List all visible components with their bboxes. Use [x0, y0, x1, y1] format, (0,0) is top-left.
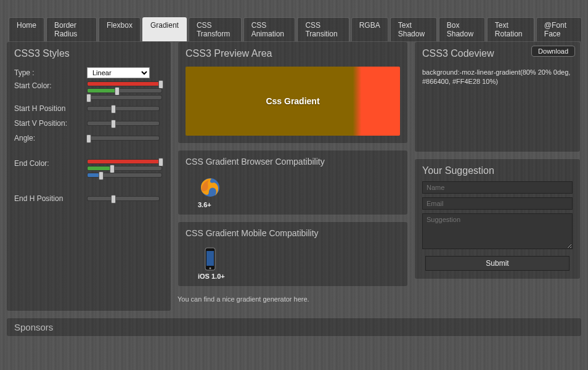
codeview-panel: Download CSS3 Codeview background:-moz-l…	[414, 41, 581, 152]
end-b-slider[interactable]	[87, 173, 162, 178]
suggestion-textarea[interactable]	[422, 213, 573, 249]
tab-css-transform[interactable]: CSS Transform	[189, 17, 242, 41]
end-h-slider[interactable]	[87, 196, 160, 201]
start-v-slider[interactable]	[87, 121, 160, 126]
download-button[interactable]: Download	[531, 46, 575, 57]
tab-rgba[interactable]: RGBA	[351, 17, 388, 41]
tab-flexbox[interactable]: Flexbox	[99, 17, 141, 41]
main-tabs: HomeBorder RadiusFlexboxGradientCSS Tran…	[6, 6, 582, 41]
svg-rect-2	[206, 251, 214, 266]
iphone-icon	[198, 247, 223, 271]
preview-box: Css Gradient	[186, 67, 400, 136]
tab-border-radius[interactable]: Border Radius	[46, 17, 97, 41]
start-v-label: Start V Position:	[14, 119, 87, 128]
angle-slider[interactable]	[87, 136, 160, 141]
suggestion-title: Your Suggestion	[422, 164, 573, 181]
tab-gradient[interactable]: Gradient	[142, 17, 187, 41]
end-g-slider[interactable]	[87, 166, 162, 171]
start-r-slider[interactable]	[87, 81, 162, 86]
mobile-compat-panel: CSS Gradient Mobile Compatibility iOS 1.…	[178, 221, 408, 287]
preview-panel: CSS3 Preview Area Css Gradient	[178, 41, 408, 144]
sponsors-title: Sponsors	[14, 322, 53, 332]
tab-text-rotation[interactable]: Text Rotation	[487, 17, 534, 41]
start-h-slider[interactable]	[87, 106, 160, 111]
tab-box-shadow[interactable]: Box Shadow	[439, 17, 485, 41]
suggestion-panel: Your Suggestion Submit	[414, 158, 581, 279]
ios-version-label: iOS 1.0+	[198, 273, 225, 280]
start-b-slider[interactable]	[87, 95, 162, 100]
start-g-slider[interactable]	[87, 88, 162, 93]
firefox-icon	[198, 175, 223, 200]
name-input[interactable]	[422, 181, 573, 194]
end-r-slider[interactable]	[87, 159, 162, 164]
tab-css-transition[interactable]: CSS Transition	[297, 17, 349, 41]
styles-title: CSS3 Styles	[14, 47, 163, 64]
submit-button[interactable]: Submit	[425, 256, 570, 271]
codeview-code: background:-moz-linear-gradient(80% 20% …	[422, 64, 573, 87]
tab--font-face[interactable]: @Font Face	[536, 17, 582, 41]
sponsors-panel: Sponsors	[6, 318, 582, 337]
angle-label: Angle:	[14, 134, 87, 142]
browser-compat-title: CSS Gradient Browser Compatibility	[186, 155, 400, 171]
mobile-compat-title: CSS Gradient Mobile Compatibility	[186, 227, 400, 243]
styles-panel: CSS3 Styles Type : Linear Start Color:	[6, 41, 171, 311]
tab-home[interactable]: Home	[9, 17, 44, 41]
start-color-label: Start Color:	[14, 81, 87, 90]
start-h-label: Start H Position	[14, 104, 87, 113]
browser-compat-panel: CSS Gradient Browser Compatibility 3.6+	[178, 150, 408, 215]
end-h-label: End H Position	[14, 194, 87, 203]
preview-title: CSS3 Preview Area	[186, 47, 400, 64]
firefox-version-label: 3.6+	[198, 201, 211, 208]
type-label: Type :	[14, 68, 87, 77]
email-input[interactable]	[422, 197, 573, 210]
svg-point-3	[210, 268, 211, 269]
generator-note[interactable]: You can find a nice gradient generator h…	[178, 293, 408, 305]
type-select[interactable]: Linear	[87, 67, 150, 78]
tab-text-shadow[interactable]: Text Shadow	[390, 17, 437, 41]
end-color-label: End Color:	[14, 159, 87, 168]
tab-css-animation[interactable]: CSS Animation	[243, 17, 296, 41]
